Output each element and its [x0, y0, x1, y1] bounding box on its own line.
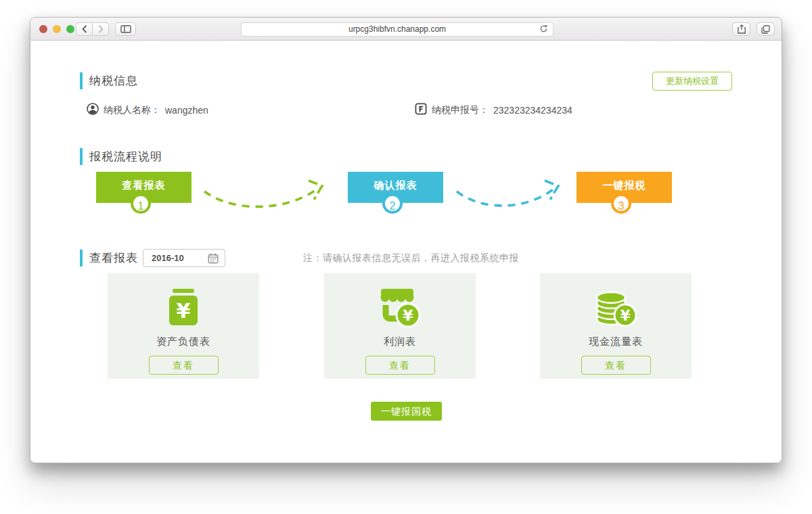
accent-bar	[80, 72, 83, 89]
card-name: 现金流量表	[589, 335, 643, 348]
tabs-overview-button[interactable]	[757, 22, 775, 36]
accent-bar	[80, 250, 83, 266]
money-jar-yuan-icon: ¥	[164, 283, 203, 334]
svg-text:¥: ¥	[177, 299, 191, 323]
dashed-arrow-green-icon	[200, 178, 333, 223]
process-title: 报税流程说明	[89, 149, 162, 164]
accent-bar	[80, 148, 83, 165]
person-circle-icon	[87, 103, 99, 117]
card-name: 利润表	[384, 335, 416, 348]
declaration-doc-icon	[415, 103, 427, 117]
close-window-button[interactable]	[39, 25, 47, 33]
period-date-picker[interactable]: 2016-10	[143, 249, 225, 267]
chevron-right-icon	[98, 25, 104, 33]
share-icon	[738, 24, 746, 34]
tax-info-header: 纳税信息	[80, 72, 138, 89]
minimize-window-button[interactable]	[53, 25, 61, 33]
tax-info-title: 纳税信息	[89, 73, 138, 89]
period-value: 2016-10	[152, 253, 184, 263]
coin-stack-yuan-icon: ¥	[593, 283, 638, 334]
update-tax-settings-button[interactable]: 更新纳税设置	[652, 72, 732, 91]
report-card-cash-flow: ¥ 现金流量表 查看	[540, 273, 692, 379]
tabs-overview-icon	[761, 25, 770, 34]
reports-title: 查看报表	[89, 250, 138, 266]
view-cash-flow-button[interactable]: 查看	[581, 356, 651, 375]
declaration-no-value: 232323234234234	[493, 105, 572, 116]
view-balance-sheet-button[interactable]: 查看	[149, 356, 219, 375]
report-card-income-statement: ¥ 利润表 查看	[324, 273, 476, 379]
sidebar-toggle-button[interactable]	[115, 22, 136, 36]
report-card-balance-sheet: ¥ 资产负债表 查看	[108, 273, 259, 379]
reports-header: 查看报表	[80, 250, 138, 266]
card-name: 资产负债表	[156, 335, 210, 348]
svg-text:¥: ¥	[403, 307, 413, 324]
back-button[interactable]	[76, 22, 93, 36]
screen: urpcg3hibfvn.chanapp.com 纳税信息	[0, 0, 812, 514]
chevron-left-icon	[82, 25, 87, 33]
view-income-statement-button[interactable]: 查看	[365, 356, 435, 375]
share-button[interactable]	[732, 22, 750, 36]
taxpayer-name-item: 纳税人名称：wangzhen	[87, 103, 208, 117]
confirmation-note: 注：请确认报表信息无误后，再进入报税系统申报	[303, 252, 519, 264]
one-click-file-national-tax-button[interactable]: 一键报国税	[371, 402, 442, 421]
browser-toolbar: urpcg3hibfvn.chanapp.com	[30, 18, 782, 41]
traffic-lights	[39, 25, 74, 33]
declaration-no-label: 纳税申报号：	[432, 104, 489, 116]
step-number-2: 2	[382, 193, 403, 214]
sidebar-toggle-icon	[120, 25, 131, 33]
forward-button[interactable]	[92, 22, 109, 36]
dashed-arrow-blue-icon	[453, 178, 568, 223]
refresh-icon[interactable]	[539, 24, 548, 37]
process-header: 报税流程说明	[80, 148, 162, 165]
taxpayer-name-value: wangzhen	[165, 105, 208, 116]
step-number-1: 1	[131, 193, 151, 214]
page-content: 纳税信息 更新纳税设置 纳税人名称：wangzhen	[30, 41, 782, 463]
browser-window: urpcg3hibfvn.chanapp.com 纳税信息	[30, 17, 782, 463]
svg-text:¥: ¥	[621, 308, 631, 324]
declaration-no-item: 纳税申报号：232323234234234	[415, 103, 572, 117]
url-text: urpcg3hibfvn.chanapp.com	[348, 24, 446, 34]
storefront-yuan-icon: ¥	[378, 283, 422, 334]
taxpayer-name-label: 纳税人名称：	[104, 104, 160, 116]
address-bar[interactable]: urpcg3hibfvn.chanapp.com	[241, 22, 554, 37]
step-number-3: 3	[611, 193, 631, 214]
zoom-window-button[interactable]	[66, 25, 74, 33]
calendar-icon	[208, 253, 219, 264]
